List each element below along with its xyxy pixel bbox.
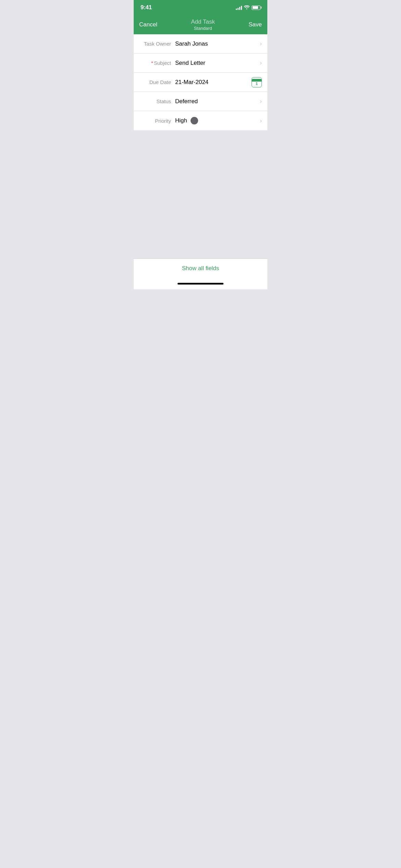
show-all-fields-button[interactable]: Show all fields [134,258,267,278]
task-owner-row[interactable]: Task Owner Sarah Jonas › [134,34,267,53]
nav-center: Add Task Standard [191,19,215,31]
home-indicator [134,278,267,289]
nav-bar: Cancel Add Task Standard Save [134,15,267,34]
priority-dot [191,117,198,124]
status-time: 9:41 [141,4,152,11]
task-owner-label: Task Owner [139,41,175,47]
status-row[interactable]: Status Deferred › [134,92,267,111]
task-owner-value: Sarah Jonas [175,40,257,47]
priority-chevron: › [257,117,262,124]
subject-row[interactable]: *Subject Send Letter › [134,53,267,73]
page: 9:41 Cancel Add Task Standard [134,0,267,289]
status-label: Status [139,98,175,104]
signal-icon [236,5,242,10]
battery-icon [252,5,260,10]
status-chevron: › [257,98,262,105]
subject-chevron: › [257,59,262,67]
priority-value: High [175,117,257,124]
priority-label: Priority [139,118,175,124]
show-all-fields-label: Show all fields [182,265,219,272]
due-date-label: Due Date [139,79,175,85]
empty-area [134,130,267,258]
due-date-value: 21-Mar-2024 [175,79,252,86]
status-bar: 9:41 [134,0,267,15]
calendar-icon[interactable]: 1 [252,77,262,87]
wifi-icon [244,5,250,10]
priority-row[interactable]: Priority High › [134,111,267,130]
calendar-top [252,79,262,82]
form-section: Task Owner Sarah Jonas › *Subject Send L… [134,34,267,130]
due-date-row[interactable]: Due Date 21-Mar-2024 1 [134,73,267,92]
nav-subtitle: Standard [191,26,215,31]
status-icons [236,5,260,10]
save-button[interactable]: Save [248,21,262,28]
required-star: * [151,60,153,66]
task-owner-chevron: › [257,40,262,47]
home-bar [178,283,223,285]
status-value: Deferred [175,98,257,105]
nav-title: Add Task [191,19,215,25]
calendar-number: 1 [256,82,258,86]
cancel-button[interactable]: Cancel [139,21,157,28]
content-area: Task Owner Sarah Jonas › *Subject Send L… [134,34,267,289]
subject-value: Send Letter [175,60,257,67]
subject-label: *Subject [139,60,175,66]
